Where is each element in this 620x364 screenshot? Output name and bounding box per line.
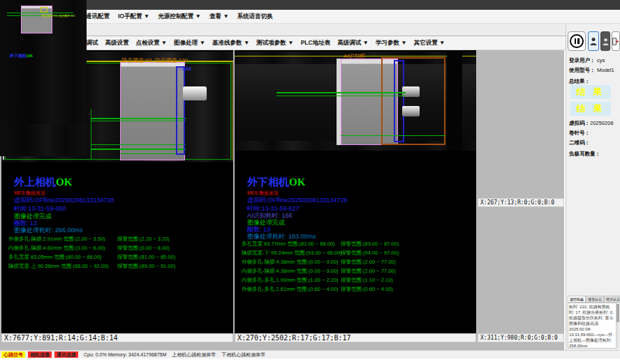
right-camera-image[interactable]: AI识别框 [235,52,476,151]
tool-plc-table[interactable]: PLC地址表 [301,39,331,47]
left-alarm-row-1: 报警范围:(2.20 ~ 3.20) [117,236,170,243]
right-tab-blob-2 [402,106,420,116]
tool-test-params[interactable]: 测试项参数 ▼ [256,39,293,47]
menu-bar: 系统配置 相机配置 通讯配置 IO手配置 ▼ 光源控制配置 ▼ 查看 ▼ 系统语… [0,10,620,24]
pin-number-label: 卷针号： [569,130,590,137]
tool-other-settings[interactable]: 其它设置 ▼ [414,39,445,47]
preview-bottom-coords: X:311;Y:980;R:0;G:0;B:0 [478,333,564,342]
exit-button[interactable] [612,31,620,51]
log-scrollbar[interactable] [617,303,619,349]
tool-learning-params[interactable]: 学习参数 ▼ [376,39,407,47]
left-threshold-text: 静态阈值:93, 动态阈值:100 [121,56,188,64]
model-label: 使用型号： [569,67,596,74]
vcode-label: 虚拟码： [569,120,590,127]
pause-icon [570,34,584,48]
right-measure-row-5: 内侧多孔-多孔:1.90mm 范围:(1.00 ~ 2.20) [242,277,339,284]
right-camera-title: 外下相机OK [247,176,305,189]
upper-camera-warning: 上相机心跳检测异常 [172,351,216,358]
toolbar: 相机配置 AI使用配置 相机调试 高级设置 点检设置 ▼ 图像处理 ▼ 基准线参… [0,36,620,50]
right-measure-row-1: 多孔宽度:83.77mm 范围:(82.00 ~ 88.00) [242,241,335,248]
operator-icon [603,38,609,45]
left-blue-value-text: 73.88 [177,66,191,72]
right-ai-box-rect [381,57,445,145]
right-measure-row-3: 外侧多孔-隔膜:4.38mm 范围:(0.00 ~ 9.00) [242,259,339,266]
tool-baseline-params[interactable]: 基准线参数 ▼ [212,39,249,47]
log-tab-error[interactable]: 错误日志 [604,296,620,303]
right-alarm-row-1: 报警范围:(83.00 ~ 87.00) [341,241,399,248]
left-green-line-2 [91,121,186,121]
log-tab-vision[interactable]: 视觉日志 [586,296,604,303]
log-tab-run[interactable]: 运行日志 [568,296,586,303]
log-scrollbar-thumb[interactable] [617,304,619,322]
comm-connect-badge: 通讯连接 [54,351,78,358]
cpu-memory-text: Cpu: 0.0% Memory: 3424.41796875M [84,352,166,357]
left-camera-title: 外上相机OK [14,176,72,189]
left-tab-pin [183,86,207,100]
left-blue-measure-rect [176,66,185,155]
preview-top-coords: X:267;Y:13;R:0;G:0;B:0 [478,198,564,207]
result-box-bottom: 结 果 [570,102,611,116]
preview-bottom-mini-threshold: 静态阈值:93, 动态阈值:100 [42,14,75,17]
app-window: CYS-视觉检测系统 系统配置 相机配置 通讯配置 IO手配置 ▼ 光源控制配置… [0,0,620,364]
right-measure-row-6: 外侧多孔-多孔:2.61mm 范围:(0.60 ~ 4.00) [242,286,339,293]
right-alarm-row-5: 报警范围:(1.10 ~ 2.10) [341,277,393,284]
preview-bottom-green-line-1 [7,13,73,13]
vcode-value: 20250208 [590,120,613,126]
tool-advanced-settings[interactable]: 高级设置 [105,39,129,47]
status-bar: 心跳信号 相机连接 通讯连接 Cpu: 0.0% Memory: 3424.41… [0,350,620,358]
right-ai-box-label: AI识别框 [344,52,366,60]
tool-spot-check[interactable]: 点检设置 ▼ [136,39,168,47]
left-green-line-3 [91,144,186,145]
qr-code-label: 二维码： [569,139,590,146]
log-tab-strip: 运行日志 视觉日志 错误日志 [568,296,619,303]
left-camera-ok-status: OK [56,176,72,188]
left-green-line-4 [91,149,186,150]
left-alarm-row-4: 报警范围:(89.00 ~ 91.00) [117,263,175,270]
menu-view[interactable]: 查看 ▼ [209,13,229,21]
left-green-line-1 [91,118,186,119]
menu-light-config[interactable]: 光源控制配置 ▼ [158,13,201,21]
preview-bottom-image[interactable]: 静态阈值:93, 动态阈值:100 外下相机OK [0,0,87,124]
login-user-value: cys [597,57,605,63]
right-measure-row-4: 内侧多孔-隔膜:4.38mm 范围:(0.00 ~ 9.00) [242,268,339,275]
preview-bottom-camera-name: 外下相机 [10,54,27,58]
left-yellow-vline [232,61,232,160]
log-text-area[interactable]: 耗时: 222, 纹路检测耗时: 17, 纹路分类耗时: 0, 纹路提取分区耗时… [568,303,617,349]
heartbeat-badge: 心跳信号 [1,351,25,358]
tool-image-process[interactable]: 图像处理 ▼ [174,39,205,47]
left-measure-row-2: 内侧多孔-隔膜:4.60mm 范围:(3.00 ~ 6.00) [8,245,105,252]
left-alarm-row-3: 报警范围:(81.00 ~ 85.00) [117,254,175,261]
preview-bottom-yellow-box [40,7,47,13]
control-panel: 登录用户： cys 使用型号： Model1 总结果： 结 果 结 果 虚拟码：… [566,25,620,350]
left-camera-coords: X:7677;Y:891;R:14;G:14;B:14 [1,333,233,342]
tool-advanced-debug[interactable]: 高级调试 ▼ [337,39,369,47]
menu-comm-config[interactable]: 通讯配置 [86,13,110,21]
menu-io-config[interactable]: IO手配置 ▼ [118,13,149,21]
right-alarm-row-6: 报警范围:(0.60 ~ 4.00) [341,286,393,293]
left-measure-row-3: 多孔宽度:83.05mm 范围:(80.00 ~ 86.00) [8,254,102,261]
right-camera-ok-status: OK [289,176,305,188]
right-blue-measure-rect [394,60,404,142]
right-camera-name: 外下相机 [247,176,289,188]
menu-language-switch[interactable]: 系统语言切换 [237,13,273,21]
user-mode-button[interactable] [588,31,599,51]
model-value: Model1 [597,67,614,73]
pause-button[interactable] [568,31,586,51]
right-green-line-1 [276,92,406,93]
exit-door-icon [612,37,619,46]
right-alarm-row-3: 报警范围:(2.00 ~ 77.00) [341,259,396,266]
login-user-label: 登录用户： [569,57,596,64]
neg-tab-count-label: 负极耳数量： [569,151,600,158]
right-camera-coords: X:270;Y:2502;R:17;G:17;B:17 [235,333,476,342]
left-process-time: 图像处理耗时: 266.00ms [14,226,83,235]
operator-mode-button[interactable] [600,31,610,51]
lower-camera-warning: 下相机心跳检测异常 [221,351,265,358]
left-camera-name: 外上相机 [14,176,56,188]
left-alarm-row-2: 报警范围:(0.00 ~ 8.00) [117,245,170,252]
right-dark-pillar [447,52,462,151]
camera-connect-badge: 相机连接 [28,351,52,358]
preview-bottom-mini-title: 外下相机OK [10,53,33,59]
preview-bottom-ok: OK [27,54,33,58]
left-measure-row-4: 隔膜宽度-上:90.56mm 范围:(88.00 ~ 92.00) [8,263,109,270]
right-measure-row-2: 隔膜宽度-下:95.24mm 范围:(93.00 ~ 98.00) [242,250,342,257]
